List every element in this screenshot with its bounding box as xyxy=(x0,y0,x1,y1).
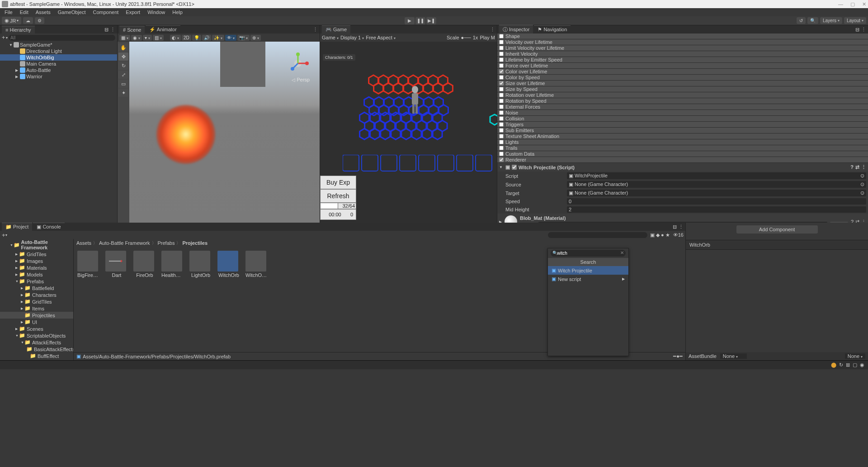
particle-module[interactable]: Color over Lifetime xyxy=(497,69,868,75)
asset-item[interactable]: FireOrb xyxy=(133,251,156,278)
menu-window[interactable]: Window xyxy=(144,10,169,15)
project-tree-item[interactable]: ▶📁Images xyxy=(0,257,73,264)
menu-file[interactable]: File xyxy=(1,10,16,15)
particle-module[interactable]: Trails xyxy=(497,145,868,151)
visibility-toggle[interactable]: 👁 xyxy=(225,35,236,41)
lighting-toggle[interactable]: 💡 xyxy=(192,35,201,41)
particle-module[interactable]: Force over Lifetime xyxy=(497,63,868,69)
aspect-dropdown[interactable]: Free Aspect xyxy=(366,35,445,40)
hierarchy-item[interactable]: ▼SampleGame* xyxy=(0,42,117,48)
game-mode-dropdown[interactable]: Game xyxy=(322,35,339,40)
filter-icon[interactable]: ▣ xyxy=(650,232,655,238)
hierarchy-item[interactable]: Directional Light xyxy=(0,48,117,54)
witchorb-object[interactable] xyxy=(156,105,215,164)
witch-projectile-component[interactable]: ▼ ▣ Witch Projectile (Script) ?⇄⋮ xyxy=(497,163,868,172)
project-tree-item[interactable]: 📁BuffEffect xyxy=(0,353,73,359)
bug-icon[interactable]: ⬤ xyxy=(831,362,836,368)
particle-module[interactable]: Collision xyxy=(497,116,868,122)
particle-module[interactable]: Color by Speed xyxy=(497,75,868,81)
camera-settings[interactable]: 📷 xyxy=(237,35,250,41)
pause-button[interactable]: ❚❚ xyxy=(415,17,425,24)
scale-tool[interactable]: ⤢ xyxy=(118,71,128,79)
lock-icon[interactable]: ⊟ xyxy=(855,27,859,33)
play-button[interactable]: ▶ xyxy=(405,17,415,24)
add-component-button[interactable]: Add Component xyxy=(736,225,818,234)
breadcrumb[interactable]: Assets〉Auto-Battle Framework〉Prefabs〉Pro… xyxy=(74,239,685,247)
breadcrumb-item[interactable]: Auto-Battle Framework xyxy=(99,240,150,246)
transform-tool[interactable]: ✦ xyxy=(118,89,128,97)
add-icon[interactable]: + xyxy=(2,34,5,41)
menu-edit[interactable]: Edit xyxy=(16,10,32,15)
scene-viewport[interactable]: ✋ ✥ ↻ ⤢ ▭ ✦ ◁ Persp xyxy=(118,42,320,223)
maximize-icon[interactable]: ▢ xyxy=(850,1,855,7)
lock-icon[interactable]: ⊟ xyxy=(104,27,108,33)
project-tree-item[interactable]: 📁OnHitEffects xyxy=(0,359,73,360)
component-enabled[interactable] xyxy=(512,165,517,170)
asset-item[interactable]: WitchOrbB... xyxy=(245,251,268,278)
lock-icon[interactable]: ⊟ xyxy=(673,224,677,230)
asset-item[interactable]: Dart xyxy=(105,251,128,278)
menu-icon[interactable]: ⋮ xyxy=(861,27,866,33)
menu-assets[interactable]: Assets xyxy=(32,10,54,15)
hierarchy-tab[interactable]: ≡ Hierarchy xyxy=(2,26,35,33)
undo-history-button[interactable]: ↺ xyxy=(797,17,806,24)
filter-icon[interactable]: ● xyxy=(661,232,664,238)
account-dropdown[interactable]: ◉JR▾ xyxy=(2,17,21,24)
project-tree-item[interactable]: ▶📁Scenes xyxy=(0,325,73,332)
particle-module[interactable]: Texture Sheet Animation xyxy=(497,133,868,139)
menu-icon[interactable]: ⋮ xyxy=(490,27,495,33)
cache-icon[interactable]: ⊞ xyxy=(846,362,850,368)
navigation-tab[interactable]: ⚑ Navigation xyxy=(534,25,571,33)
hierarchy-item[interactable]: ▶Warrior xyxy=(0,73,117,80)
gizmo-toggle[interactable]: ◐ xyxy=(170,35,181,41)
step-button[interactable]: ▶❚ xyxy=(426,17,436,24)
particle-module[interactable]: Rotation by Speed xyxy=(497,98,868,104)
particle-module[interactable]: Custom Data xyxy=(497,151,868,157)
shading-mode[interactable]: ◉ xyxy=(131,35,142,41)
refresh-button[interactable]: Refresh xyxy=(320,189,356,203)
asset-item[interactable]: BigFireOrb xyxy=(77,251,100,278)
draw-mode[interactable]: ▦ xyxy=(119,35,130,41)
layout-dropdown[interactable]: Layout xyxy=(844,17,866,24)
hidden-icon[interactable]: 👁16 xyxy=(673,232,684,238)
project-tree-item[interactable]: ▼📁Auto-Battle Framework xyxy=(0,239,73,251)
display-dropdown[interactable]: Display 1 xyxy=(340,35,364,40)
hand-tool[interactable]: ✋ xyxy=(118,43,128,52)
move-tool[interactable]: ✥ xyxy=(118,52,128,61)
project-tree-item[interactable]: ▶📁Characters xyxy=(0,291,73,298)
project-tree-item[interactable]: ▶📁GridTiles xyxy=(0,298,73,305)
hierarchy-item[interactable]: WitchOrbBig xyxy=(0,54,117,61)
project-tree-item[interactable]: ▼📁AttackEffects xyxy=(0,339,73,346)
hierarchy-search[interactable] xyxy=(9,35,115,41)
asset-item[interactable]: HealthOrb xyxy=(161,251,184,278)
menu-icon[interactable]: ⋮ xyxy=(679,224,684,230)
game-tab[interactable]: 🎮 Game xyxy=(322,25,350,33)
hierarchy-item[interactable]: Main Camera xyxy=(0,61,117,67)
asset-item[interactable]: WitchOrb xyxy=(217,251,240,278)
scene-tab[interactable]: # Scene xyxy=(119,26,145,33)
search-button[interactable]: 🔍 xyxy=(807,17,818,24)
project-tree-item[interactable]: ▶📁Materials xyxy=(0,264,73,271)
vcs-icon[interactable]: ▢ xyxy=(853,362,857,368)
animator-tab[interactable]: ⚡ Animator xyxy=(146,25,180,33)
breadcrumb-item[interactable]: Assets xyxy=(76,240,91,246)
menu-component[interactable]: Component xyxy=(89,10,122,15)
clear-search-icon[interactable]: ✕ xyxy=(620,250,624,255)
project-tree-item[interactable]: ▶📁Models xyxy=(0,271,73,278)
project-tree-item[interactable]: ▼📁ScriptableObjects xyxy=(0,332,73,339)
rect-tool[interactable]: ▭ xyxy=(118,80,128,88)
particle-module[interactable]: Rotation over Lifetime xyxy=(497,92,868,98)
close-icon[interactable]: ✕ xyxy=(862,1,866,7)
auto-refresh-icon[interactable]: ↻ xyxy=(839,362,843,368)
play-maximized[interactable]: Play M xyxy=(480,35,495,40)
slider[interactable]: ━●━ xyxy=(673,353,683,359)
progress-icon[interactable]: ◉ xyxy=(860,362,864,368)
component-search-input[interactable] xyxy=(551,250,626,257)
breadcrumb-item[interactable]: Projectiles xyxy=(182,240,208,246)
menu-icon[interactable]: ⋮ xyxy=(313,27,318,33)
orientation-gizmo[interactable] xyxy=(284,50,311,77)
particle-module[interactable]: Sub Emitters xyxy=(497,128,868,133)
particle-module[interactable]: Renderer xyxy=(497,157,868,163)
particle-module[interactable]: Velocity over Lifetime xyxy=(497,39,868,45)
project-tree-item[interactable]: ▶📁Battlefield xyxy=(0,285,73,291)
